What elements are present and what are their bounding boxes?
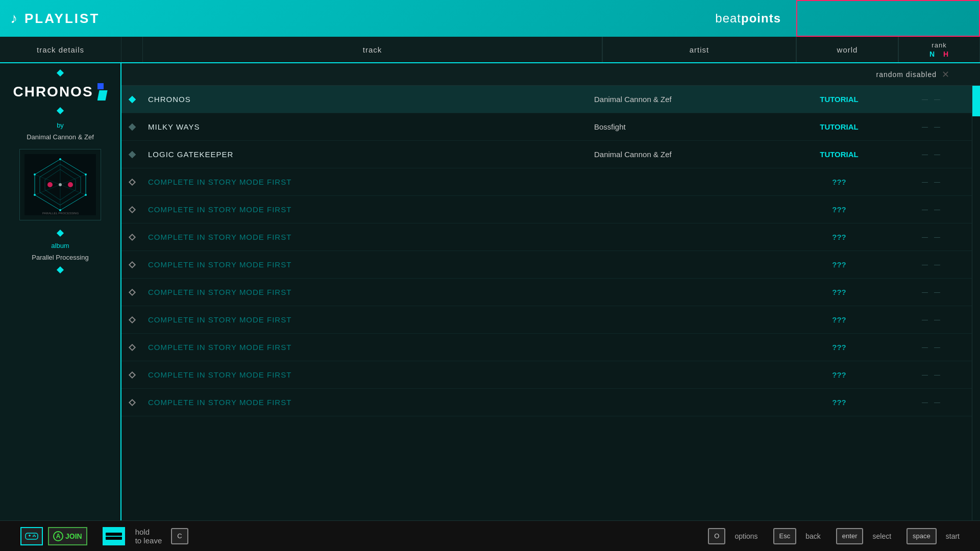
join-btn[interactable]: A JOIN xyxy=(48,527,87,545)
col-spacer xyxy=(121,37,143,62)
gamepad-icon xyxy=(20,527,43,545)
track-row[interactable]: COMPLETE IN STORY MODE FIRST???—— xyxy=(121,361,980,389)
options-group[interactable]: O options xyxy=(708,528,757,544)
options-key[interactable]: O xyxy=(708,528,725,544)
track-name: COMPLETE IN STORY MODE FIRST xyxy=(143,233,594,241)
keyboard-group: hold to leave C xyxy=(103,527,188,545)
track-icon-col xyxy=(121,152,143,157)
track-row[interactable]: COMPLETE IN STORY MODE FIRST???—— xyxy=(121,223,980,251)
c-key-label: C xyxy=(177,532,182,540)
track-rank: —— xyxy=(890,344,972,351)
rank-dash-h: — xyxy=(934,179,940,186)
track-row[interactable]: COMPLETE IN STORY MODE FIRST???—— xyxy=(121,168,980,196)
track-world: ??? xyxy=(788,178,890,186)
track-world: TUTORIAL xyxy=(788,95,890,104)
track-row[interactable]: COMPLETE IN STORY MODE FIRST???—— xyxy=(121,251,980,279)
select-group[interactable]: enter select xyxy=(836,528,891,544)
track-icon-col xyxy=(121,235,143,240)
track-row[interactable]: CHRONOSDanimal Cannon & ZefTUTORIAL—— xyxy=(121,86,980,113)
track-title-icon: CHRONOS xyxy=(13,82,107,102)
track-diamond-icon xyxy=(129,233,136,240)
rank-dash-n: — xyxy=(922,96,928,103)
rank-dash-n: — xyxy=(922,234,928,241)
track-title: CHRONOS xyxy=(13,84,93,100)
back-key[interactable]: Esc xyxy=(773,528,797,544)
track-world: ??? xyxy=(788,260,890,269)
svg-point-12 xyxy=(34,173,36,176)
track-world: ??? xyxy=(788,288,890,296)
cyan-square xyxy=(97,90,108,101)
svg-point-11 xyxy=(34,194,36,196)
start-key[interactable]: space xyxy=(906,528,937,544)
track-world: ??? xyxy=(788,398,890,407)
points-text: points xyxy=(741,11,781,25)
header: ♪ PLAYLIST beatpoints xyxy=(0,0,980,37)
track-row[interactable]: COMPLETE IN STORY MODE FIRST???—— xyxy=(121,389,980,416)
track-row[interactable]: COMPLETE IN STORY MODE FIRST???—— xyxy=(121,306,980,334)
music-icon: ♪ xyxy=(10,10,17,27)
random-label: random disabled xyxy=(876,70,937,79)
shuffle-icon: ✕ xyxy=(942,69,949,80)
track-icon-col xyxy=(121,345,143,350)
track-icon-col xyxy=(121,372,143,378)
track-row[interactable]: COMPLETE IN STORY MODE FIRST???—— xyxy=(121,334,980,361)
track-icon-col xyxy=(121,400,143,405)
c-key[interactable]: C xyxy=(171,528,188,544)
header-left: ♪ PLAYLIST xyxy=(10,10,100,27)
select-key[interactable]: enter xyxy=(836,528,864,544)
track-diamond-icon xyxy=(129,123,136,130)
rank-dash-n: — xyxy=(922,261,928,268)
track-list[interactable]: CHRONOSDanimal Cannon & ZefTUTORIAL——MIL… xyxy=(121,86,980,520)
controller-group: A JOIN xyxy=(20,527,87,545)
svg-point-15 xyxy=(59,183,62,186)
back-label: back xyxy=(805,532,821,540)
track-row[interactable]: MILKY WAYSBossfightTUTORIAL—— xyxy=(121,113,980,141)
track-artist: Danimal Cannon & Zef xyxy=(594,95,788,104)
track-diamond-icon xyxy=(129,178,136,185)
rank-dash-h: — xyxy=(934,316,940,323)
start-label: start xyxy=(946,532,960,540)
album-art: PARALLEL PROCESSING xyxy=(19,149,101,220)
start-group[interactable]: space start xyxy=(906,528,960,544)
track-diamond-icon xyxy=(129,288,136,295)
col-artist: artist xyxy=(602,37,796,62)
rank-dash-n: — xyxy=(922,344,928,351)
track-diamond-icon xyxy=(129,261,136,268)
blue-square xyxy=(97,83,104,89)
svg-point-8 xyxy=(85,173,87,176)
track-icon-col xyxy=(121,262,143,267)
rank-label: rank xyxy=(932,41,946,49)
rank-dash-h: — xyxy=(934,399,940,406)
to-leave-label: to leave xyxy=(135,536,162,545)
svg-rect-17 xyxy=(26,533,38,539)
track-icon-col xyxy=(121,180,143,185)
rank-dash-h: — xyxy=(934,96,940,103)
track-world: TUTORIAL xyxy=(788,150,890,159)
track-rank: —— xyxy=(890,399,972,406)
space-key-label: space xyxy=(913,532,930,540)
track-row[interactable]: COMPLETE IN STORY MODE FIRST???—— xyxy=(121,279,980,306)
col-world: world xyxy=(796,37,898,62)
scrollbar-thumb xyxy=(972,86,980,116)
diamond-mid1 xyxy=(57,107,64,114)
track-icon-col xyxy=(121,124,143,130)
rank-dash-h: — xyxy=(934,344,940,351)
track-name: COMPLETE IN STORY MODE FIRST xyxy=(143,398,594,407)
diamond-mid2 xyxy=(57,230,64,237)
track-rank: —— xyxy=(890,96,972,103)
back-group[interactable]: Esc back xyxy=(773,528,821,544)
enter-key-label: enter xyxy=(842,532,857,540)
scrollbar[interactable] xyxy=(972,86,980,520)
track-icon-col xyxy=(121,317,143,322)
svg-point-13 xyxy=(47,182,53,187)
a-btn: A xyxy=(53,531,63,541)
playlist-area: random disabled ✕ CHRONOSDanimal Cannon … xyxy=(121,63,980,520)
options-label: options xyxy=(734,532,757,540)
svg-point-21 xyxy=(35,535,36,536)
rank-dash-n: — xyxy=(922,179,928,186)
track-row[interactable]: COMPLETE IN STORY MODE FIRST???—— xyxy=(121,196,980,223)
track-diamond-icon xyxy=(129,316,136,323)
track-row[interactable]: LOGIC GATEKEEPERDanimal Cannon & ZefTUTO… xyxy=(121,141,980,168)
track-name: LOGIC GATEKEEPER xyxy=(143,150,594,159)
rank-dash-n: — xyxy=(922,316,928,323)
